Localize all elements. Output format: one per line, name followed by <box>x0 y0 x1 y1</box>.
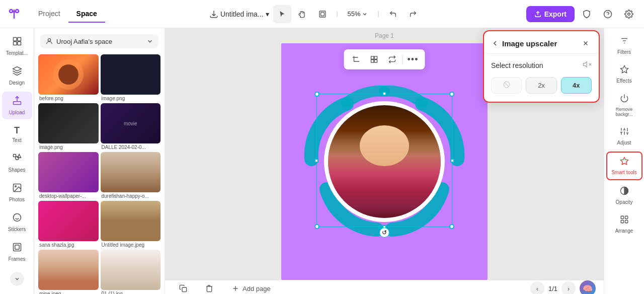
right-item-filters[interactable]: Filters <box>606 32 642 59</box>
resolution-disabled-btn[interactable] <box>491 77 522 94</box>
right-item-opacity[interactable]: Opacity <box>606 182 642 209</box>
handle-tl[interactable] <box>314 92 319 97</box>
list-item[interactable]: durefishan-happy-o... <box>101 152 161 199</box>
hand-tool[interactable] <box>293 5 311 23</box>
add-page-btn[interactable]: Add page <box>225 281 277 294</box>
image-thumb <box>101 152 161 192</box>
grid-tool[interactable] <box>366 51 382 67</box>
right-item-adjust[interactable]: Adjust <box>606 123 642 150</box>
handle-br[interactable] <box>449 224 454 229</box>
image-thumb <box>101 54 161 95</box>
sidebar-item-upload[interactable]: Upload <box>2 92 32 119</box>
svg-rect-12 <box>13 42 17 45</box>
pointer-tool[interactable] <box>273 5 291 23</box>
app-logo[interactable] <box>6 6 22 22</box>
templates-icon <box>12 36 22 49</box>
svg-point-26 <box>48 39 50 41</box>
image-thumb <box>101 201 161 241</box>
settings-button[interactable] <box>620 5 638 23</box>
handle-mb[interactable] <box>382 225 386 229</box>
svg-rect-31 <box>182 287 187 292</box>
upload-icon <box>12 96 22 108</box>
sidebar-item-templates[interactable]: Templat... <box>2 32 32 60</box>
image-label: DALLE 2024-02-0... <box>101 144 161 150</box>
flip-tool[interactable] <box>384 51 400 67</box>
upscaler-close-btn[interactable] <box>580 37 592 49</box>
topbar-right: Export <box>526 5 638 23</box>
undo-button[interactable] <box>384 5 402 23</box>
sidebar-item-stickers[interactable]: Stickers <box>2 208 32 236</box>
space-selector[interactable]: Urooj Aafia's space <box>40 34 158 48</box>
svg-rect-25 <box>15 245 19 249</box>
adjust-icon <box>620 127 629 138</box>
sidebar-item-design[interactable]: Design <box>2 62 32 90</box>
doc-chevron-icon: ▾ <box>266 10 269 18</box>
tab-space[interactable]: Space <box>68 6 105 23</box>
svg-rect-49 <box>621 216 623 218</box>
crop-tool[interactable] <box>348 51 364 67</box>
svg-rect-14 <box>13 102 21 105</box>
shield-button[interactable] <box>578 5 596 23</box>
list-item[interactable]: mine.jpeg <box>38 250 99 294</box>
svg-rect-30 <box>374 60 377 62</box>
prev-page-btn[interactable]: ‹ <box>530 281 544 294</box>
svg-rect-50 <box>625 216 627 218</box>
list-item[interactable]: 01 (1).jpg <box>101 250 161 294</box>
handle-mr[interactable] <box>450 159 454 163</box>
sidebar-collapse-btn[interactable] <box>10 272 24 286</box>
sidebar-item-text-label: Text <box>12 137 21 143</box>
tab-project[interactable]: Project <box>30 6 68 23</box>
svg-rect-13 <box>17 42 21 45</box>
delete-canvas-btn[interactable] <box>199 281 219 294</box>
sidebar-item-text[interactable]: T Text <box>2 121 32 147</box>
handle-mt[interactable] <box>382 92 386 96</box>
remove-bg-icon <box>620 94 629 105</box>
right-item-arrange[interactable]: Arrange <box>606 211 642 238</box>
sidebar-item-frames[interactable]: Frames <box>2 238 32 266</box>
list-item[interactable]: before.png <box>38 54 99 101</box>
list-item[interactable]: image.png <box>38 103 99 150</box>
sidebar-item-shapes[interactable]: Shapes <box>2 149 32 177</box>
frame-tool[interactable] <box>313 5 332 23</box>
more-tool[interactable]: ••• <box>405 51 421 67</box>
list-item[interactable]: image.png <box>101 54 161 101</box>
canvas-frame[interactable]: ↺ <box>281 43 488 280</box>
handle-ml[interactable] <box>314 159 318 163</box>
next-page-btn[interactable]: › <box>561 281 576 294</box>
list-item[interactable]: movie DALLE 2024-02-0... <box>101 103 161 150</box>
ai-brain-btn[interactable]: 🧠 <box>580 280 596 294</box>
handle-bl[interactable] <box>314 224 319 229</box>
floating-toolbar: ••• <box>344 49 425 69</box>
list-item[interactable]: Untitled image.jpeg <box>101 201 161 248</box>
sidebar-item-photos[interactable]: Photos <box>2 179 32 206</box>
right-item-effects-label: Effects <box>616 78 631 84</box>
add-page-label: Add page <box>243 285 271 292</box>
resolution-4x-btn[interactable]: 4x <box>561 77 592 94</box>
page-number: 1/1 <box>548 285 557 292</box>
zoom-level: 55% <box>348 10 361 18</box>
help-button[interactable] <box>599 5 617 23</box>
right-item-adjust-label: Adjust <box>617 140 631 145</box>
list-item[interactable]: desktop-wallpaper-... <box>38 152 99 199</box>
frames-icon <box>12 242 22 255</box>
rotate-handle[interactable]: ↺ <box>379 228 389 238</box>
right-item-remove-bg[interactable]: Remove backgr... <box>606 90 642 121</box>
duplicate-canvas-btn[interactable] <box>173 281 193 294</box>
svg-rect-11 <box>17 38 21 41</box>
arrange-icon <box>620 215 629 227</box>
upscaler-back-btn[interactable]: Image upscaler <box>491 39 557 48</box>
list-item[interactable]: sana shazia.jpg <box>38 201 99 248</box>
doc-title[interactable]: Untitled ima... ▾ <box>209 10 269 19</box>
image-label: image.png <box>101 96 161 101</box>
topbar-tabs: Project Space <box>30 6 105 23</box>
zoom-control[interactable]: 55% <box>343 8 373 20</box>
resolution-2x-btn[interactable]: 2x <box>526 77 556 94</box>
right-item-smart-tools[interactable]: Smart tools <box>606 152 642 180</box>
handle-tr[interactable] <box>449 92 454 97</box>
redo-button[interactable] <box>404 5 422 23</box>
right-item-effects[interactable]: Effects <box>606 61 642 88</box>
image-thumb <box>38 152 99 192</box>
image-thumb <box>38 54 99 95</box>
export-label: Export <box>544 10 567 18</box>
export-button[interactable]: Export <box>526 6 575 22</box>
